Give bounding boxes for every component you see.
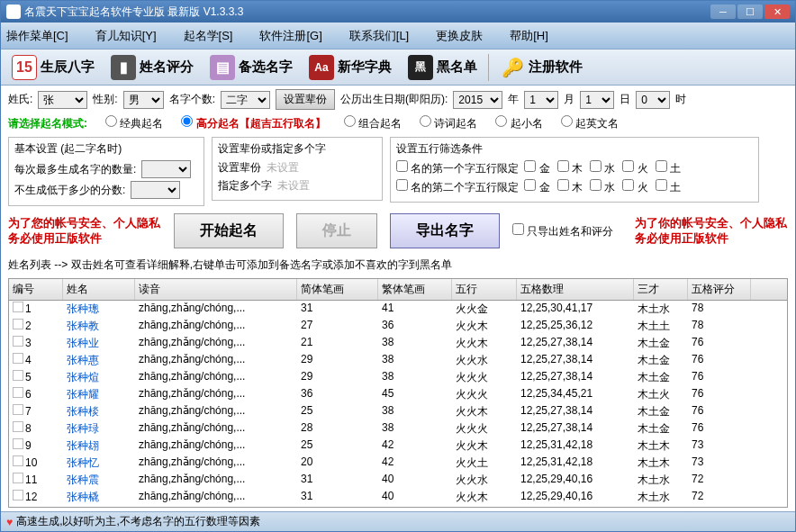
table-row[interactable]: 10张种忆zhāng,zhǎng/chóng,...2042火火土12,25,3… [9,455,787,472]
first-char-limit[interactable]: 名的第一个字五行限定 [396,160,519,176]
panels: 基本设置 (起二字名时) 每次最多生成名字的数量: 不生成低于多少的分数: 设置… [8,137,788,206]
table-row[interactable]: 5张种煊zhāng,zhǎng/chóng,...2938火火火12,25,27… [9,369,787,386]
col-simp[interactable]: 简体笔画 [297,279,378,300]
col-num[interactable]: 编号 [9,279,63,300]
panel2-title: 设置辈份或指定多个字 [218,141,376,157]
table-row[interactable]: 11张种震zhāng,zhǎng/chóng,...3140火火水12,25,2… [9,472,787,489]
col-score[interactable]: 五格评分 [688,279,751,300]
table-row[interactable]: 13张种泉zhāng,zhǎng/chóng,...2534火火水12,25,2… [9,506,787,507]
start-button[interactable]: 开始起名 [174,213,284,248]
col-pinyin[interactable]: 读音 [135,279,297,300]
col-trad[interactable]: 繁体笔画 [378,279,452,300]
wuxing-cb-金[interactable]: 金 [524,179,549,195]
file-icon [13,438,23,449]
col-wuge[interactable]: 五格数理 [517,279,634,300]
menu-skin[interactable]: 更换皮肤 [436,28,483,44]
table-row[interactable]: 12张种橇zhāng,zhǎng/chóng,...3140火火木12,25,2… [9,489,787,506]
file-icon [13,353,23,364]
mode-combo[interactable]: 组合起名 [344,115,402,131]
wuxing-cb-土[interactable]: 土 [656,179,681,195]
wuxing-cb-水[interactable]: 水 [590,179,615,195]
toolbar: 15生辰八字 ▮姓名评分 ▤备选名字 Aa新华字典 黑黑名单 🔑注册软件 [1,50,795,86]
menu-help[interactable]: 帮助[H] [510,28,548,44]
heart-icon: ♥ [6,516,13,528]
wuxing-cb-火[interactable]: 火 [622,160,647,176]
table-row[interactable]: 8张种琭zhāng,zhǎng/chóng,...2838火火火12,25,27… [9,420,787,437]
year-select[interactable]: 2015 [453,91,502,109]
wuxing-cb-金[interactable]: 金 [524,160,549,176]
mode-poem[interactable]: 诗词起名 [420,115,477,131]
warning-right: 为了你的帐号安全、个人隐私 务必使用正版软件 [635,216,788,247]
day-select[interactable]: 1 [580,91,614,109]
tool-blacklist[interactable]: 黑黑名单 [403,53,483,82]
file-icon [13,473,23,483]
file-icon [13,387,23,398]
blacklist-icon: 黑 [408,55,433,80]
birthdate-label: 公历出生日期(即阳历): [340,92,448,107]
wuxing-cb-木[interactable]: 木 [557,179,583,195]
month-select[interactable]: 1 [524,91,558,109]
tool-dict[interactable]: Aa新华字典 [303,53,397,82]
key-icon: 🔑 [500,55,525,80]
menu-childcare[interactable]: 育儿知识[Y] [95,28,157,44]
statusbar: ♥ 高速生成,以好听为主,不考虑名字的五行数理等因素 [1,511,795,531]
charcount-select[interactable]: 二字 [221,91,270,109]
set-generation-button[interactable]: 设置辈份 [276,89,335,110]
col-wuxing[interactable]: 五行 [452,279,517,300]
table-row[interactable]: 9张种翃zhāng,zhǎng/chóng,...2542火火木12,25,31… [9,437,787,455]
mode-small[interactable]: 起小名 [495,115,542,131]
hint-line: 姓名列表 --> 双击姓名可查看详细解释,右键单击可添加到备选名字或添加不喜欢的… [8,256,788,275]
max-count-select[interactable] [141,160,191,178]
notebook-icon: ▤ [210,55,235,80]
status-text: 高速生成,以好听为主,不考虑名字的五行数理等因素 [16,514,260,529]
col-sancai[interactable]: 三才 [634,279,688,300]
file-icon [13,302,23,312]
col-name[interactable]: 姓名 [63,279,135,300]
minimize-button[interactable]: ─ [710,5,736,19]
panel-wuxing: 设置五行筛选条件 名的第一个字五行限定 金 木 水 火 土 名的第二个字五行限定… [390,137,759,203]
table-row[interactable]: 6张种耀zhāng,zhǎng/chóng,...3645火火火12,25,34… [9,386,787,403]
wuxing-cb-木[interactable]: 木 [557,160,583,176]
warning-left: 为了您的帐号安全、个人隐私 务必使用正版软件 [8,216,161,247]
export-button[interactable]: 导出名字 [390,213,500,248]
mode-label: 请选择起名模式: [8,116,87,131]
second-char-limit[interactable]: 名的第二个字五行限定 [396,179,519,195]
menu-contact[interactable]: 联系我们[L] [349,28,409,44]
stop-button[interactable]: 停止 [296,213,377,248]
tool-bazi[interactable]: 15生辰八字 [6,53,100,82]
table-row[interactable]: 7张种棪zhāng,zhǎng/chóng,...2538火火木12,25,27… [9,403,787,420]
wuxing-cb-土[interactable]: 土 [656,160,681,176]
wuxing-cb-水[interactable]: 水 [590,160,615,176]
file-icon [13,455,23,466]
close-button[interactable]: ✕ [764,5,790,19]
mode-high[interactable]: 高分起名【超吉五行取名】 [181,115,325,131]
gender-select[interactable]: 男 [123,91,164,109]
file-icon [13,370,23,381]
tool-score[interactable]: ▮姓名评分 [105,53,199,82]
name-table: 编号 姓名 读音 简体笔画 繁体笔画 五行 五格数理 三才 五格评分 1张种璁z… [8,278,788,508]
hour-select[interactable]: 0 [636,91,670,109]
table-row[interactable]: 3张种业zhāng,zhǎng/chóng,...2138火火木12,25,27… [9,335,787,352]
maximize-button[interactable]: ☐ [737,5,763,19]
dictionary-icon: Aa [309,55,334,80]
mode-classic[interactable]: 经典起名 [105,115,163,131]
file-icon [13,336,23,347]
surname-select[interactable]: 张 [38,91,87,109]
titlebar: 名震天下宝宝起名软件专业版 最新版 V1.3.3.3 ─ ☐ ✕ [1,1,795,23]
table-row[interactable]: 1张种璁zhāng,zhǎng/chóng,...3141火火金12,25,30… [9,301,787,318]
table-row[interactable]: 2张种教zhāng,zhǎng/chóng,...2736火火木12,25,25… [9,318,787,335]
wuxing-cb-火[interactable]: 火 [622,179,647,195]
menu-register[interactable]: 软件注册[G] [259,28,321,44]
tool-candidate[interactable]: ▤备选名字 [204,53,298,82]
menu-ops[interactable]: 操作菜单[C] [6,28,68,44]
form-row: 姓氏: 张 性别: 男 名字个数: 二字 设置辈份 公历出生日期(即阳历): 2… [8,89,788,110]
tool-register[interactable]: 🔑注册软件 [494,53,588,82]
mode-english[interactable]: 起英文名 [561,115,619,131]
table-header: 编号 姓名 读音 简体笔画 繁体笔画 五行 五格数理 三才 五格评分 [9,279,787,301]
table-body[interactable]: 1张种璁zhāng,zhǎng/chóng,...3141火火金12,25,30… [9,301,787,507]
menu-naming[interactable]: 起名学[S] [184,28,233,44]
table-row[interactable]: 4张种惠zhāng,zhǎng/chóng,...2938火火水12,25,27… [9,352,787,369]
app-window: 名震天下宝宝起名软件专业版 最新版 V1.3.3.3 ─ ☐ ✕ 操作菜单[C]… [0,0,796,532]
min-score-select[interactable] [131,181,180,199]
export-cb[interactable]: 只导出姓名和评分 [512,223,613,239]
